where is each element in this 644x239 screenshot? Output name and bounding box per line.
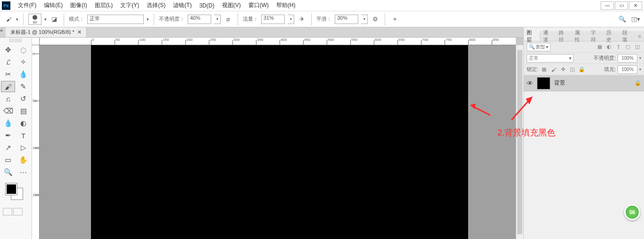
history-brush-tool[interactable]: ↺ [17, 93, 31, 104]
airbrush-icon[interactable]: ✈ [297, 15, 306, 24]
symmetry-icon[interactable]: ⌖ [390, 15, 399, 24]
lock-pixels-icon[interactable]: ▦ [540, 66, 548, 73]
eyedropper-tool[interactable]: 💧 [17, 69, 31, 80]
options-bar: 🖌 ▾ 80 ▾ ◪ 模式： 正常 ▾ 不透明度： 40% ▾ ⌀ 流量： 31… [0, 11, 644, 27]
tab-paragraph[interactable]: 段落 [619, 31, 636, 41]
blend-mode-select[interactable]: 正常 [87, 15, 144, 24]
close-tab-icon[interactable]: ✕ [77, 29, 82, 35]
layer-blend-row: 正常 ▾ 不透明度: 100% ▾ [524, 53, 644, 64]
tab-properties[interactable]: 属性 [572, 31, 588, 41]
path-tool[interactable]: ↗ [1, 142, 15, 153]
lock-all-icon[interactable]: 🔒 [578, 66, 586, 73]
layer-filter-row: 🔍 类型 ▾ ▦ ◐ T ▢ ◫ [524, 41, 644, 53]
flow-input[interactable]: 31% [261, 15, 285, 24]
tab-paths[interactable]: 路径 [556, 31, 572, 41]
menu-window[interactable]: 窗口(W) [245, 1, 272, 9]
visibility-icon[interactable]: 👁 [527, 80, 533, 87]
toolbox: ✥ ◌ 𝓛 ✧ ✂ 💧 🖌 ✎ ⎌ ↺ ⌫ ▤ 💧 ◐ ✒ T ↗ ▷ ▭ ✋ … [0, 38, 32, 239]
opacity-dropdown[interactable]: ▾ [214, 15, 221, 24]
opacity-input[interactable]: 40% [188, 15, 211, 24]
layer-name[interactable]: 背景 [554, 79, 565, 87]
smooth-dropdown[interactable]: ▾ [361, 15, 368, 24]
layer-blend-select[interactable]: 正常 ▾ [527, 54, 574, 63]
crop-tool[interactable]: ✂ [1, 69, 15, 80]
blur-tool[interactable]: 💧 [1, 118, 15, 129]
menu-help[interactable]: 帮助(H) [272, 1, 299, 9]
zoom-tool[interactable]: 🔍 [1, 167, 15, 178]
magic-wand-tool[interactable]: ✧ [17, 56, 31, 68]
panel-menu-icon[interactable]: ≡ [636, 33, 644, 39]
flow-dropdown[interactable]: ▾ [288, 15, 294, 24]
filter-shape-icon[interactable]: ▢ [624, 43, 632, 51]
menu-image[interactable]: 图像(I) [66, 1, 91, 9]
lasso-tool[interactable]: 𝓛 [1, 56, 15, 68]
filter-pixel-icon[interactable]: ▦ [596, 43, 603, 51]
menu-edit[interactable]: 编辑(E) [40, 1, 66, 9]
direct-select-tool[interactable]: ▷ [17, 142, 31, 153]
fill-value[interactable]: 100% [618, 65, 637, 74]
tab-channels[interactable]: 通道 [540, 31, 556, 41]
dodge-tool[interactable]: ◐ [17, 118, 31, 129]
brush-preset-picker[interactable]: 80 [28, 14, 41, 25]
vertical-scrollbar[interactable] [516, 45, 523, 239]
filter-type-icon[interactable]: T [615, 43, 622, 51]
marquee-tool[interactable]: ◌ [17, 44, 31, 56]
gradient-tool[interactable]: ▤ [17, 105, 31, 117]
smooth-input[interactable]: 30% [335, 15, 358, 24]
document-canvas[interactable] [91, 45, 468, 239]
menu-select[interactable]: 选择(S) [143, 1, 169, 9]
lock-paint-icon[interactable]: 🖌 [550, 66, 557, 73]
workspace-icon[interactable]: ◫▾ [631, 15, 640, 24]
type-tool[interactable]: T [17, 130, 31, 141]
horizontal-ruler[interactable]: 0501001502002503003504004505005506006507… [40, 38, 516, 45]
layer-opacity-value[interactable]: 100% [618, 54, 637, 63]
menu-bar: Ps 文件(F) 编辑(E) 图像(I) 图层(L) 文字(Y) 选择(S) 滤… [0, 0, 644, 11]
tab-history[interactable]: 历史 [603, 31, 619, 41]
foreground-color-swatch[interactable] [6, 183, 17, 195]
search-icon[interactable]: 🔍 [618, 15, 627, 24]
vertical-ruler[interactable]: 050100150200 [32, 45, 40, 239]
move-tool[interactable]: ✥ [1, 44, 15, 56]
quickmask-button[interactable] [3, 208, 12, 215]
pressure-opacity-icon[interactable]: ⌀ [223, 15, 233, 24]
status-badge: 56 [624, 204, 640, 220]
filter-adjust-icon[interactable]: ◐ [605, 43, 613, 51]
tab-collapse-icon[interactable]: « [0, 27, 6, 37]
clone-stamp-tool[interactable]: ⎌ [1, 93, 15, 104]
layer-filter-select[interactable]: 🔍 类型 ▾ [527, 43, 551, 51]
tab-layers[interactable]: 图层 [524, 31, 540, 41]
tab-character[interactable]: 字符 [588, 31, 604, 41]
layer-opacity-label: 不透明度: [594, 55, 616, 62]
filter-smart-icon[interactable]: ◫ [634, 43, 641, 51]
layer-row-background[interactable]: 👁 背景 🔒 [524, 75, 644, 91]
hand-tool[interactable]: ✋ [17, 154, 31, 166]
layer-thumbnail[interactable] [537, 77, 550, 89]
menu-view[interactable]: 视图(V) [218, 1, 245, 9]
menu-layer[interactable]: 图层(L) [91, 1, 117, 9]
menu-3d[interactable]: 3D(D) [196, 2, 218, 9]
app-logo: Ps [2, 1, 10, 10]
lock-artboard-icon[interactable]: ◫ [569, 66, 576, 73]
menu-filter[interactable]: 滤镜(T) [169, 1, 195, 9]
canvas-viewport[interactable] [40, 45, 516, 239]
pencil-tool[interactable]: ✎ [17, 81, 31, 92]
maximize-button[interactable]: ▭ [615, 1, 628, 10]
screenmode-button[interactable] [13, 208, 23, 215]
minimize-button[interactable]: — [601, 1, 614, 10]
extra-tool[interactable]: ⋯ [17, 167, 31, 178]
brush-panel-icon[interactable]: ◪ [50, 15, 59, 24]
lock-icon: 🔒 [635, 80, 641, 86]
rectangle-tool[interactable]: ▭ [1, 154, 15, 166]
ruler-origin[interactable] [32, 38, 40, 45]
close-button[interactable]: ✕ [629, 1, 642, 10]
gear-icon[interactable]: ⚙ [371, 15, 380, 24]
brush-tool[interactable]: 🖌 [1, 81, 15, 92]
color-swatches[interactable] [4, 183, 28, 202]
eraser-tool[interactable]: ⌫ [1, 105, 15, 117]
lock-position-icon[interactable]: ✥ [559, 66, 567, 73]
document-tab[interactable]: 未标题-1 @ 100%(RGB/8) * ✕ [6, 27, 87, 37]
pen-tool[interactable]: ✒ [1, 130, 15, 141]
menu-file[interactable]: 文件(F) [14, 1, 40, 9]
brush-tool-icon[interactable]: 🖌 [4, 15, 13, 24]
menu-type[interactable]: 文字(Y) [116, 1, 143, 9]
